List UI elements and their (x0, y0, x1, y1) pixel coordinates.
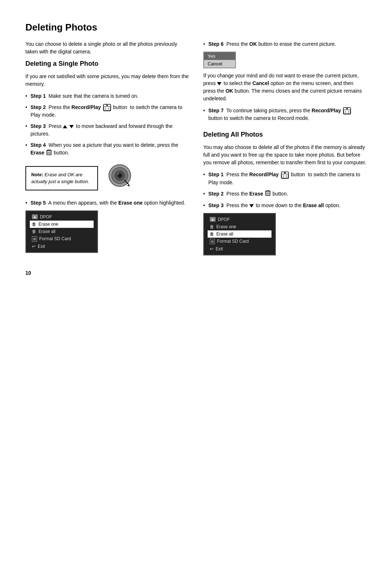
cancel-option: Cancel (204, 60, 235, 68)
two-column-layout: You can choose to delete a single photo … (25, 40, 367, 259)
step-4-text: When you see a picture that you want to … (30, 142, 178, 156)
menu-item-erase-one-right: 🗑 Erase one (208, 223, 271, 230)
step-4-label: Step 4 (30, 142, 46, 148)
menu-item-format-left: ⊞ Format SD Card (30, 235, 94, 243)
menu-item-erase-all-right: 🗑 Erase all (208, 230, 271, 238)
all-step-2-text: Press the Erase button. (225, 191, 288, 197)
svg-rect-7 (48, 149, 50, 150)
step-5: Step 5 A menu then appears, with the Era… (25, 199, 189, 207)
arrow-down-icon-2 (217, 82, 221, 85)
step-1: Step 1 Make sure that the camera is turn… (25, 92, 189, 100)
menu-item-erase-one-left: 🗑 Erase one (30, 221, 94, 228)
all-step-3-label: Step 3 (208, 202, 224, 208)
menu-screenshot-left: ▲ DPOF 🗑 Erase one 🗑 Erase all ⊞ Format … (25, 210, 98, 253)
step-7-label: Step 7 (208, 108, 224, 113)
erase-all-icon-right: 🗑 (210, 231, 214, 237)
all-step-3: Step 3 Press the to move down to the Era… (203, 202, 367, 209)
step-note-area: Note: Erase and OK are actually just a s… (25, 161, 189, 196)
erase-icon-1 (46, 149, 52, 157)
step-3: Step 3 Press to move backward and forwar… (25, 122, 189, 138)
left-column: You can choose to delete a single photo … (25, 40, 189, 259)
step-6: Step 6 Press the OK button to erase the … (203, 40, 367, 48)
intro-text: You can choose to delete a single photo … (25, 40, 189, 56)
section-single-intro: If you are not satisfied with some pictu… (25, 73, 189, 88)
format-icon-left: ⊞ (32, 236, 37, 242)
cancel-note-text: If you change your mind and do not want … (203, 72, 367, 102)
all-step-2: Step 2 Press the Erase button. (203, 190, 367, 198)
step-2-text: Press the Record/Play button to switch t… (30, 104, 182, 118)
step-2-label: Step 2 (30, 104, 46, 110)
erase-one-icon-right: 🗑 (210, 224, 214, 229)
step-6-text: Press the OK button to erase the current… (225, 41, 336, 47)
record-play-icon-2 (343, 107, 351, 114)
arrow-up-icon (63, 125, 67, 128)
camera-graphic (105, 161, 134, 191)
section-all-divider: Deleting All Photos (203, 131, 367, 138)
step-1-text: Make sure that the camera is turned on. (47, 93, 138, 99)
right-column: Step 6 Press the OK button to erase the … (203, 40, 367, 259)
erase-icon-2 (265, 190, 270, 198)
all-step-1-label: Step 1 (208, 172, 224, 177)
menu-item-erase-all-left: 🗑 Erase all (30, 228, 94, 235)
step-3-text: Press to move backward and forward throu… (30, 123, 172, 137)
arrow-down-icon-3 (249, 204, 254, 208)
svg-rect-21 (344, 110, 350, 114)
record-play-icon-3 (281, 172, 289, 179)
step-5-label: Step 5 (30, 200, 46, 206)
note-box: Note: Erase and OK are actually just a s… (25, 166, 98, 190)
all-step-3-text: Press the to move down to the Erase all … (225, 202, 340, 208)
arrow-down-icon (69, 125, 74, 128)
exit-icon-left: ↩ (32, 244, 36, 249)
section-all-intro: You may also choose to delete all of the… (203, 144, 367, 166)
all-step-2-label: Step 2 (208, 191, 224, 197)
page-container: Deleting Photos You can choose to delete… (25, 22, 367, 276)
menu-item-exit-left: ↩ Exit (30, 243, 94, 250)
menu-screenshot-right: ▲ DPOF 🗑 Erase one 🗑 Erase all ⊞ Format … (203, 213, 276, 255)
page-title: Deleting Photos (25, 22, 367, 33)
page-number: 10 (25, 270, 367, 276)
menu-item-dpof-right: ▲ DPOF (208, 216, 271, 223)
yes-option: Yes (204, 52, 235, 60)
section-single-title: Deleting a Single Photo (25, 60, 189, 68)
step-4: Step 4 When you see a picture that you w… (25, 141, 189, 157)
all-step-1-text: Press the Record/Play button to switch t… (208, 172, 360, 185)
step-5-text: A menu then appears, with the Erase one … (47, 200, 185, 206)
exit-icon-right: ↩ (210, 246, 213, 251)
section-all-title: Deleting All Photos (203, 131, 367, 138)
step-1-label: Step 1 (30, 93, 46, 99)
step-3-label: Step 3 (30, 123, 46, 129)
step-2: Step 2 Press the Record/Play button to s… (25, 104, 189, 119)
note-label: Note: Erase and OK are actually just a s… (31, 172, 89, 185)
all-step-1: Step 1 Press the Record/Play button to s… (203, 171, 367, 186)
menu-item-exit-right: ↩ Exit (208, 245, 271, 253)
svg-rect-2 (104, 106, 110, 110)
record-play-icon-1 (103, 104, 111, 111)
menu-item-dpof-left: ▲ DPOF (30, 213, 94, 221)
step-6-label: Step 6 (208, 41, 224, 47)
erase-all-icon-left: 🗑 (32, 229, 36, 234)
format-icon-right: ⊞ (210, 239, 215, 244)
step-7: Step 7 To continue taking pictures, pres… (203, 107, 367, 122)
step-7-text: To continue taking pictures, press the R… (208, 108, 352, 121)
dpof-icon-left: ▲ (32, 214, 38, 219)
dpof-icon-right: ▲ (210, 217, 216, 222)
note-container: Note: Erase and OK are actually just a s… (25, 161, 98, 196)
erase-one-icon-left: 🗑 (32, 222, 36, 227)
yes-cancel-box: Yes Cancel (203, 52, 236, 68)
svg-point-20 (346, 108, 348, 109)
svg-marker-18 (127, 185, 130, 186)
svg-rect-31 (267, 190, 269, 191)
svg-point-25 (284, 172, 286, 174)
svg-point-16 (118, 173, 119, 175)
svg-point-1 (106, 105, 108, 106)
menu-item-format-right: ⊞ Format SD Card (208, 238, 271, 245)
svg-rect-26 (282, 174, 288, 178)
